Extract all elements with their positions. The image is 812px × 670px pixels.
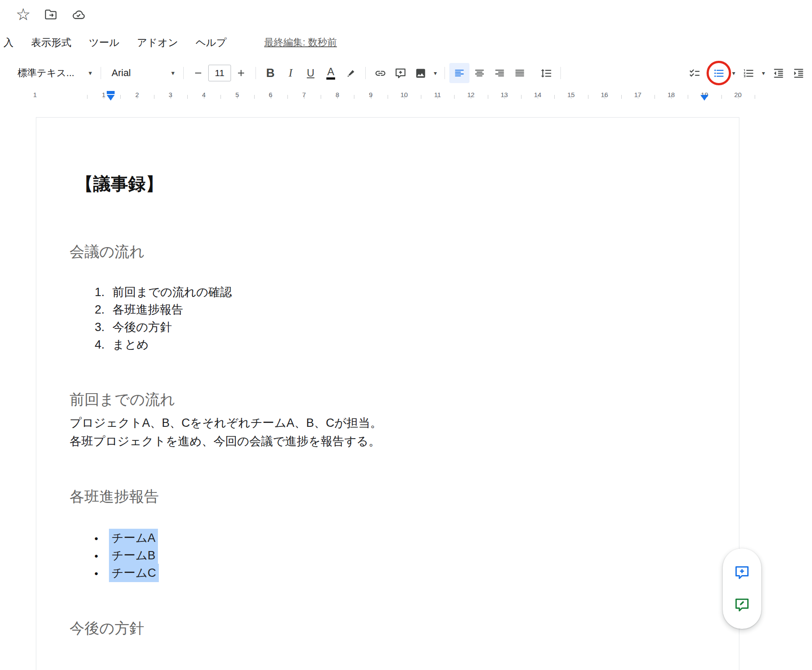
bullet-glyph: ● xyxy=(91,569,102,577)
toolbar-separator xyxy=(365,67,366,79)
list-item[interactable]: ● チームB xyxy=(91,547,159,564)
increase-indent-button[interactable] xyxy=(788,63,808,83)
insert-link-button[interactable] xyxy=(370,63,390,83)
list-number: 2. xyxy=(88,303,105,317)
heading-future-policy[interactable]: 今後の方針 xyxy=(70,618,144,639)
star-icon[interactable]: ☆ xyxy=(16,6,31,23)
font-selector[interactable]: Arial ▾ xyxy=(105,63,179,83)
right-indent-marker[interactable] xyxy=(700,95,708,101)
paragraph-style-value: 標準テキス... xyxy=(18,66,74,80)
chevron-down-icon: ▾ xyxy=(88,69,92,77)
ruler-number: 5 xyxy=(235,91,239,98)
menu-help[interactable]: ヘルプ xyxy=(196,36,227,49)
bullet-glyph: ● xyxy=(91,534,102,542)
add-comment-button[interactable] xyxy=(730,560,754,585)
bulleted-list-menu-arrow[interactable]: ▾ xyxy=(729,63,738,83)
insert-image-button[interactable] xyxy=(410,63,430,83)
list-item-text[interactable]: 前回までの流れの確認 xyxy=(112,284,232,300)
list-item-text[interactable]: 各班進捗報告 xyxy=(112,302,183,318)
list-item-text[interactable]: まとめ xyxy=(112,337,149,352)
ruler-number: 17 xyxy=(634,91,641,98)
align-center-icon xyxy=(474,67,485,79)
ruler-number: 12 xyxy=(467,91,475,98)
suggest-edit-icon xyxy=(734,597,750,613)
text-color-button[interactable]: A xyxy=(321,63,341,83)
align-left-button[interactable] xyxy=(449,63,469,83)
bold-button[interactable]: B xyxy=(260,63,280,83)
list-item[interactable]: ● チームA xyxy=(91,529,159,547)
checklist-button[interactable] xyxy=(684,63,704,83)
ruler-number: 16 xyxy=(601,91,608,98)
last-edit-link[interactable]: 最終編集: 数秒前 xyxy=(264,36,337,49)
list-number: 1. xyxy=(88,286,105,299)
ruler-number: 7 xyxy=(302,91,306,98)
selected-text[interactable]: チームC xyxy=(109,564,159,582)
align-center-button[interactable] xyxy=(469,63,490,83)
first-line-indent-marker[interactable] xyxy=(107,91,115,94)
numbered-list-menu-arrow[interactable]: ▾ xyxy=(759,63,768,83)
decrease-indent-icon xyxy=(773,67,784,79)
paragraph[interactable]: プロジェクトA、B、CをそれぞれチームA、B、Cが担当。 xyxy=(70,414,382,432)
underline-icon: U xyxy=(307,67,314,79)
image-menu-arrow[interactable]: ▾ xyxy=(430,63,440,83)
comment-add-icon xyxy=(734,565,750,580)
link-icon xyxy=(374,67,386,79)
menu-insert-partial[interactable]: 入 xyxy=(4,36,14,49)
cloud-saved-icon[interactable] xyxy=(71,7,86,22)
list-item[interactable]: 1. 前回までの流れの確認 xyxy=(88,283,232,301)
heading-progress-report[interactable]: 各班進捗報告 xyxy=(70,487,159,507)
line-spacing-button[interactable] xyxy=(536,63,556,83)
heading-previous-flow[interactable]: 前回までの流れ xyxy=(70,390,175,410)
selected-text[interactable]: チームA xyxy=(109,529,158,547)
toolbar-separator xyxy=(183,67,184,79)
menu-addons[interactable]: アドオン xyxy=(137,36,178,49)
align-justify-button[interactable] xyxy=(510,63,530,83)
menu-format[interactable]: 表示形式 xyxy=(31,36,71,49)
menubar: 入 表示形式 ツール アドオン ヘルプ 最終編集: 数秒前 xyxy=(0,34,337,51)
heading-meeting-flow[interactable]: 会議の流れ xyxy=(70,242,145,262)
ruler-number: 20 xyxy=(734,91,742,98)
align-right-icon xyxy=(494,67,505,79)
toolbar-separator xyxy=(256,67,256,79)
suggest-edit-button[interactable] xyxy=(730,593,754,617)
add-comment-toolbar-button[interactable] xyxy=(390,63,410,83)
decrease-indent-button[interactable] xyxy=(768,63,788,83)
list-item[interactable]: 3. 今後の方針 xyxy=(88,318,232,336)
ruler-number: 10 xyxy=(400,91,408,98)
text-color-icon: A xyxy=(326,66,335,80)
decrease-font-size-button[interactable] xyxy=(188,63,208,83)
bulleted-list-button[interactable] xyxy=(709,63,729,83)
paragraph[interactable]: 各班プロジェクトを進め、今回の会議で進捗を報告する。 xyxy=(70,432,382,450)
paragraph-style-selector[interactable]: 標準テキス... ▾ xyxy=(12,63,96,83)
list-controls-group: ▾ ▾ xyxy=(684,63,808,83)
ruler-number: 9 xyxy=(369,91,372,98)
menu-tools[interactable]: ツール xyxy=(89,36,119,49)
highlighter-icon xyxy=(345,67,357,79)
selected-text[interactable]: チームB xyxy=(109,546,158,565)
ruler: 1 1234567891011121314151617181920 xyxy=(0,90,812,103)
toolbar: 標準テキス... ▾ Arial ▾ 11 B I U A xyxy=(0,58,812,88)
list-item[interactable]: 4. まとめ xyxy=(88,336,232,353)
ruler-number: 8 xyxy=(336,91,339,98)
document-page[interactable]: 【議事録】 会議の流れ 1. 前回までの流れの確認 2. 各班進捗報告 3. 今… xyxy=(36,117,739,670)
list-number: 4. xyxy=(88,338,105,352)
left-indent-marker[interactable] xyxy=(107,95,115,101)
move-folder-icon[interactable] xyxy=(44,7,58,21)
image-icon xyxy=(415,67,427,79)
doc-title[interactable]: 【議事録】 xyxy=(76,172,163,196)
numbered-list-button[interactable] xyxy=(738,63,759,83)
list-item[interactable]: 2. 各班進捗報告 xyxy=(88,301,232,318)
italic-button[interactable]: I xyxy=(280,63,301,83)
ruler-number: 15 xyxy=(567,91,575,98)
highlight-color-button[interactable] xyxy=(341,63,361,83)
bulleted-list-icon xyxy=(713,67,725,79)
ruler-number: 1 xyxy=(33,91,37,98)
list-item[interactable]: ● チームC xyxy=(91,564,159,582)
increase-font-size-button[interactable] xyxy=(231,63,251,83)
underline-button[interactable]: U xyxy=(301,63,321,83)
align-right-button[interactable] xyxy=(490,63,510,83)
font-size-input[interactable]: 11 xyxy=(208,65,231,81)
list-item-text[interactable]: 今後の方針 xyxy=(112,319,172,335)
numbered-list-icon xyxy=(743,67,755,79)
ruler-number: 4 xyxy=(202,91,206,98)
